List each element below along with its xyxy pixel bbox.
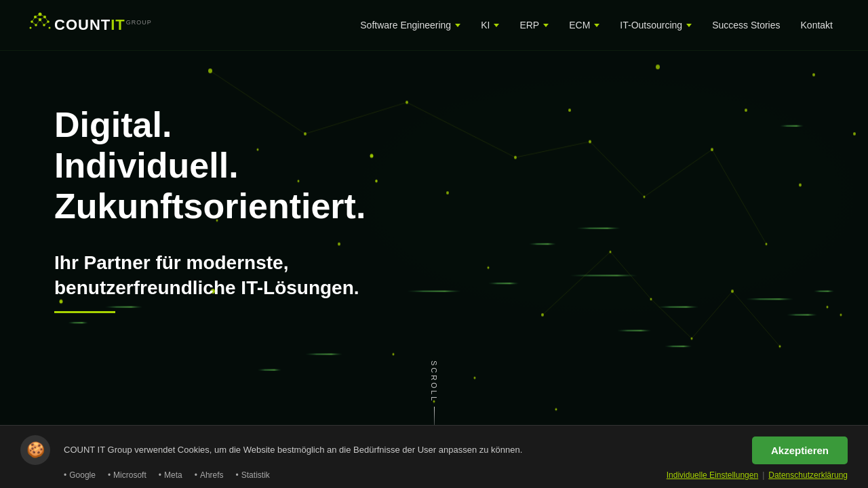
hero-section: Digital. Individuell. Zukunftsorientiert… xyxy=(0,51,868,313)
nav-item-ecm[interactable]: ECM xyxy=(561,14,608,36)
cookie-top-row: 🍪 COUNT IT Group verwendet Cookies, um d… xyxy=(20,435,848,465)
chevron-down-icon xyxy=(686,24,692,27)
scroll-label: SCROLL xyxy=(430,361,438,403)
svg-point-9 xyxy=(49,26,51,28)
cookie-tag-google: Google xyxy=(64,470,96,480)
cookie-text: COUNT IT Group verwendet Cookies, um die… xyxy=(64,444,738,456)
cookie-tag-meta: Meta xyxy=(159,470,182,480)
cookie-icon: 🍪 xyxy=(20,435,50,465)
cookie-tag-statistik: Statistik xyxy=(236,470,270,480)
svg-line-19 xyxy=(40,20,44,25)
chevron-down-icon xyxy=(543,24,549,27)
hero-headline: Digital. Individuell. Zukunftsorientiert… xyxy=(54,105,868,226)
svg-line-17 xyxy=(44,22,48,25)
hero-subtext: Ihr Partner für modernste, benutzerfreun… xyxy=(54,251,475,313)
cookie-banner: 🍪 COUNT IT Group verwendet Cookies, um d… xyxy=(0,425,868,488)
nav-item-success-stories[interactable]: Success Stories xyxy=(704,14,788,36)
svg-line-15 xyxy=(40,17,45,20)
cookie-privacy-link[interactable]: Datenschutzerklärung xyxy=(768,470,848,480)
logo[interactable]: COUNTITGROUP xyxy=(27,10,152,41)
chevron-down-icon xyxy=(455,24,460,27)
chevron-down-icon xyxy=(494,24,499,27)
logo-count: COUNTITGROUP xyxy=(54,16,152,34)
nav-item-kontakt[interactable]: Kontakt xyxy=(793,14,841,36)
scroll-indicator: SCROLL xyxy=(430,361,438,434)
nav-item-software-engineering[interactable]: Software Engineering xyxy=(352,14,469,36)
cookie-accept-button[interactable]: Akzeptieren xyxy=(752,436,848,464)
svg-line-14 xyxy=(35,17,40,20)
cookie-links: Individuelle Einstellungen | Datenschutz… xyxy=(667,470,848,480)
cookie-tag-microsoft: Microsoft xyxy=(108,470,146,480)
svg-line-12 xyxy=(32,17,35,22)
svg-line-16 xyxy=(32,22,36,25)
logo-icon xyxy=(27,10,53,41)
nav-item-erp[interactable]: ERP xyxy=(511,14,557,36)
nav-item-ki[interactable]: KI xyxy=(473,14,507,36)
main-nav: Software Engineering KI ERP ECM IT-Outso… xyxy=(352,14,841,36)
cookie-tag-ahrefs: Ahrefs xyxy=(195,470,224,480)
nav-item-it-outsourcing[interactable]: IT-Outsourcing xyxy=(612,14,700,36)
cookie-tags: Google Microsoft Meta Ahrefs Statistik xyxy=(64,470,282,480)
svg-line-18 xyxy=(36,20,40,25)
svg-point-6 xyxy=(30,26,32,28)
chevron-down-icon xyxy=(594,24,599,27)
cookie-separator: | xyxy=(762,470,764,480)
cookie-settings-link[interactable]: Individuelle Einstellungen xyxy=(667,470,758,480)
svg-line-13 xyxy=(45,17,48,22)
header: COUNTITGROUP Software Engineering KI ERP… xyxy=(0,0,868,51)
cookie-bottom-row: Google Microsoft Meta Ahrefs Statistik I… xyxy=(20,470,848,480)
